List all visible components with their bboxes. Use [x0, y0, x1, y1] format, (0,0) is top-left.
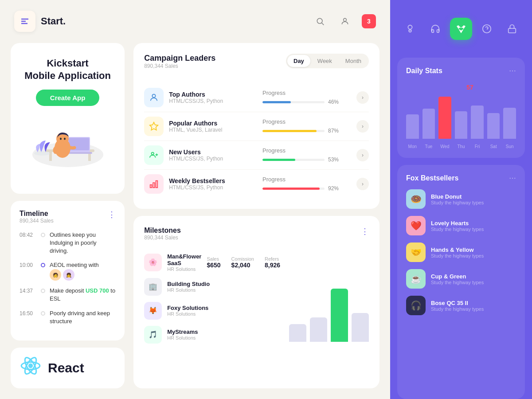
progress-top-authors: Progress 46%	[262, 90, 351, 105]
bestseller-name: Lovely Hearts	[431, 220, 516, 227]
bestseller-sub: Study the highway types	[431, 306, 516, 312]
progress-label: Progress	[262, 90, 286, 96]
tab-day[interactable]: Day	[287, 55, 310, 67]
row-tech: HTML/CSS/JS, Python	[169, 184, 257, 191]
bestseller-sub: Study the highway types	[431, 200, 516, 205]
bestseller-info: Bose QC 35 II Study the highway types	[431, 300, 516, 312]
bestseller-thumb-blue-donut: 🍩	[406, 189, 426, 209]
timeline-text: Outlines keep you Indulging in poorly dr…	[50, 231, 116, 255]
milestone-item: 🦊 Foxy Solutions HR Solutions	[144, 302, 280, 320]
milestones-chart	[289, 253, 369, 344]
day-label-wed: Wed	[438, 144, 451, 149]
row-info-popular-authors: Popular Authors HTML, VueJS, Laravel	[169, 120, 257, 133]
fox-bestsellers-menu-icon[interactable]: ⋯	[509, 174, 516, 182]
create-app-button[interactable]: Create App	[36, 90, 99, 106]
timeline-subtitle: 890,344 Sales	[20, 218, 54, 224]
search-icon[interactable]	[312, 13, 328, 29]
timeline-dot	[41, 289, 45, 293]
nav-question-icon[interactable]	[476, 18, 498, 40]
fox-bestsellers-title: Fox Bestsellers	[406, 174, 458, 182]
milestone-icon: 🎵	[144, 326, 162, 344]
bar-fill	[471, 106, 484, 139]
campaign-row: Weekly Bestsellers HTML/CSS/JS, Python P…	[144, 170, 369, 198]
milestone-sub: HR Solutions	[167, 287, 280, 293]
progress-bar	[262, 101, 325, 103]
right-panel: Daily Stats ⋯ 57	[390, 0, 532, 399]
milestones-content: 🌸 Man&Flower SaaS HR Solutions Sales $65…	[144, 253, 369, 344]
milestone-icon: 🦊	[144, 302, 162, 320]
bestseller-name: Hands & Yellow	[431, 246, 516, 253]
svg-rect-28	[153, 183, 155, 188]
chevron-right-icon[interactable]: ›	[356, 149, 369, 161]
bestseller-name: Blue Donut	[431, 193, 516, 200]
bestseller-thumb-cup-green: ☕	[406, 269, 426, 289]
svg-point-18	[28, 364, 33, 368]
row-tech: HTML/CSS/JS, Python	[169, 156, 257, 162]
chart-bar	[331, 289, 348, 342]
timeline-dot	[41, 233, 45, 237]
milestone-item: 🌸 Man&Flower SaaS HR Solutions Sales $65…	[144, 253, 280, 272]
milestone-item: 🏢 Building Studio HR Solutions	[144, 278, 280, 296]
svg-point-30	[408, 25, 412, 29]
milestone-info: MyStreams HR Solutions	[167, 329, 280, 340]
kickstart-title: Kickstart Mobile Application	[24, 57, 111, 82]
user-icon[interactable]	[337, 13, 353, 29]
milestone-name: Foxy Solutions	[167, 305, 280, 311]
progress-popular-authors: Progress 87%	[262, 118, 351, 134]
time-label: 14:37	[20, 287, 36, 294]
nav-headphones-icon[interactable]	[424, 18, 446, 40]
bestseller-item: 🤝 Hands & Yellow Study the highway types	[406, 243, 516, 262]
campaign-row: New Users HTML/CSS/JS, Python Progress 5…	[144, 141, 369, 170]
panel-nav	[390, 0, 532, 58]
bar-item-sun	[503, 108, 516, 139]
row-tech: HTML, VueJS, Laravel	[169, 127, 257, 133]
milestone-name: MyStreams	[167, 329, 280, 335]
progress-label: Progress	[262, 147, 286, 154]
chevron-right-icon[interactable]: ›	[356, 91, 369, 104]
chart-area: 57	[406, 84, 516, 149]
campaign-card: Campaign Leaders 890,344 Sales Day Week …	[133, 43, 379, 209]
day-label-tue: Tue	[422, 144, 435, 149]
timeline-menu-icon[interactable]: ⋮	[108, 210, 116, 219]
logo-text: Start.	[41, 16, 66, 27]
progress-pct: 92%	[328, 185, 339, 192]
timeline-dot	[41, 311, 45, 316]
left-column: Kickstart Mobile Application Create App	[11, 43, 125, 389]
milestone-sub: HR Solutions	[167, 311, 280, 317]
milestone-stat-refers: Refers 8,926	[265, 256, 280, 269]
campaign-row: Top Authors HTML/CSS/JS, Python Progress…	[144, 83, 369, 112]
tab-week[interactable]: Week	[311, 55, 338, 67]
stat-value: $2,040	[231, 262, 254, 269]
react-label: React	[48, 360, 84, 376]
bar-item-mon	[406, 114, 419, 139]
tab-month[interactable]: Month	[339, 55, 368, 67]
milestones-list: 🌸 Man&Flower SaaS HR Solutions Sales $65…	[144, 253, 280, 344]
progress-bar	[262, 159, 325, 161]
progress-pct: 46%	[328, 99, 339, 105]
svg-point-16	[64, 137, 66, 140]
nav-lightbulb-icon[interactable]	[399, 18, 421, 40]
chevron-right-icon[interactable]: ›	[356, 120, 369, 133]
milestone-item: 🎵 MyStreams HR Solutions	[144, 326, 280, 344]
milestone-stat-sales: Sales $650	[207, 256, 220, 269]
campaign-subtitle: 890,344 Sales	[144, 63, 215, 69]
milestone-icon: 🌸	[144, 254, 162, 271]
svg-rect-36	[509, 28, 516, 33]
notification-badge[interactable]: 3	[362, 14, 376, 28]
milestones-menu-icon[interactable]: ⋮	[361, 227, 369, 236]
bestseller-info: Blue Donut Study the highway types	[431, 193, 516, 205]
nav-lock-icon[interactable]	[501, 18, 523, 40]
daily-stats-menu-icon[interactable]: ⋯	[509, 66, 516, 75]
content-area: Kickstart Mobile Application Create App	[0, 43, 390, 399]
bar-fill	[487, 113, 500, 139]
chevron-right-icon[interactable]: ›	[356, 178, 369, 190]
milestone-info: Man&Flower SaaS HR Solutions	[167, 253, 201, 272]
bar-fill	[503, 108, 516, 139]
bar-fill	[422, 109, 435, 139]
time-label: 10:00	[20, 261, 36, 268]
fox-bestsellers-card: Fox Bestsellers ⋯ 🍩 Blue Donut Study the…	[397, 165, 525, 399]
svg-point-24	[152, 152, 154, 155]
stat-label: Sales	[207, 256, 220, 262]
milestone-stats: Sales $650 Comission $2,040 Refers 8,926	[207, 256, 280, 269]
nav-fox-icon[interactable]	[450, 18, 472, 40]
